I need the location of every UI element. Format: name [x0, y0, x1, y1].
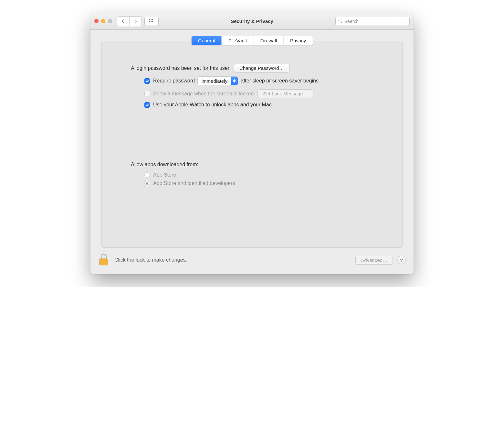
change-password-button[interactable]: Change Password…: [234, 64, 289, 72]
svg-rect-0: [149, 19, 150, 20]
checkmark-icon: [145, 103, 149, 107]
require-password-checkbox[interactable]: [144, 78, 150, 84]
svg-rect-6: [149, 23, 150, 23]
tab-bar: General FileVault Firewall Privacy: [191, 36, 313, 45]
apple-watch-row: Use your Apple Watch to unlock apps and …: [144, 102, 373, 108]
tab-firewall[interactable]: Firewall: [253, 36, 283, 45]
close-window-button[interactable]: [94, 19, 99, 23]
section-divider: [115, 153, 389, 153]
back-button[interactable]: [117, 17, 129, 26]
allow-apps-section: Allow apps downloaded from: App Store Ap…: [131, 162, 373, 186]
forward-button[interactable]: [129, 17, 142, 26]
stepper-arrows-icon: [231, 77, 238, 85]
svg-point-9: [339, 20, 341, 22]
lock-message-label: Show a message when the screen is locked: [153, 91, 254, 97]
allow-apps-option-identified-developers: App Store and identified developers: [144, 180, 373, 186]
settings-panel: General FileVault Firewall Privacy A log…: [101, 41, 403, 248]
login-password-row: A login password has been set for this u…: [131, 64, 373, 72]
svg-rect-2: [152, 19, 153, 20]
radio-app-store: [144, 172, 150, 178]
tab-privacy[interactable]: Privacy: [283, 36, 312, 45]
chevron-left-icon: [121, 19, 125, 23]
require-password-label-before: Require password: [153, 78, 195, 84]
lock-message-row: Show a message when the screen is locked…: [144, 89, 373, 98]
help-button[interactable]: ?: [397, 256, 406, 264]
search-field[interactable]: [335, 17, 410, 26]
lock-button[interactable]: [98, 254, 109, 266]
require-password-delay-value: immediately: [198, 77, 231, 85]
svg-rect-5: [152, 21, 153, 22]
tab-general[interactable]: General: [192, 36, 222, 45]
allow-apps-option-label: App Store: [153, 172, 176, 178]
grid-icon: [149, 19, 154, 23]
toolbar: Security & Privacy: [90, 13, 414, 30]
tab-filevault[interactable]: FileVault: [222, 36, 253, 45]
require-password-row: Require password immediately after sleep…: [144, 76, 373, 85]
checkmark-icon: [145, 79, 149, 83]
login-password-section: A login password has been set for this u…: [131, 64, 373, 108]
chevron-right-icon: [134, 19, 137, 23]
content-area: General FileVault Firewall Privacy A log…: [90, 30, 414, 248]
login-password-text: A login password has been set for this u…: [131, 65, 229, 71]
lock-hint-text: Click the lock to make changes.: [114, 257, 187, 263]
search-icon: [338, 19, 342, 24]
zoom-window-button[interactable]: [108, 19, 112, 23]
svg-rect-7: [151, 23, 152, 23]
allow-apps-option-label: App Store and identified developers: [153, 180, 235, 186]
svg-rect-3: [149, 21, 150, 22]
radio-identified-developers: [144, 181, 150, 186]
show-all-button[interactable]: [144, 17, 159, 26]
lock-message-checkbox: [144, 91, 150, 96]
allow-apps-option-app-store: App Store: [144, 172, 373, 178]
svg-rect-8: [152, 23, 153, 23]
allow-apps-heading: Allow apps downloaded from:: [131, 162, 373, 167]
require-password-delay-popup[interactable]: immediately: [197, 76, 238, 85]
svg-rect-11: [100, 259, 108, 265]
footer: Click the lock to make changes. Advanced…: [90, 248, 414, 274]
window-controls: [94, 19, 112, 23]
minimize-window-button[interactable]: [101, 19, 105, 23]
preferences-window: Security & Privacy General FileVault Fir…: [90, 13, 414, 274]
svg-rect-4: [151, 21, 152, 22]
svg-rect-1: [151, 19, 152, 20]
nav-back-forward: [117, 16, 142, 26]
svg-line-10: [341, 22, 342, 23]
apple-watch-checkbox[interactable]: [144, 102, 150, 108]
advanced-button: Advanced…: [355, 256, 393, 265]
require-password-label-after: after sleep or screen saver begins: [241, 78, 319, 84]
lock-icon: [98, 254, 109, 266]
set-lock-message-button: Set Lock Message…: [257, 89, 313, 98]
search-input[interactable]: [344, 19, 407, 24]
apple-watch-label: Use your Apple Watch to unlock apps and …: [153, 102, 272, 108]
